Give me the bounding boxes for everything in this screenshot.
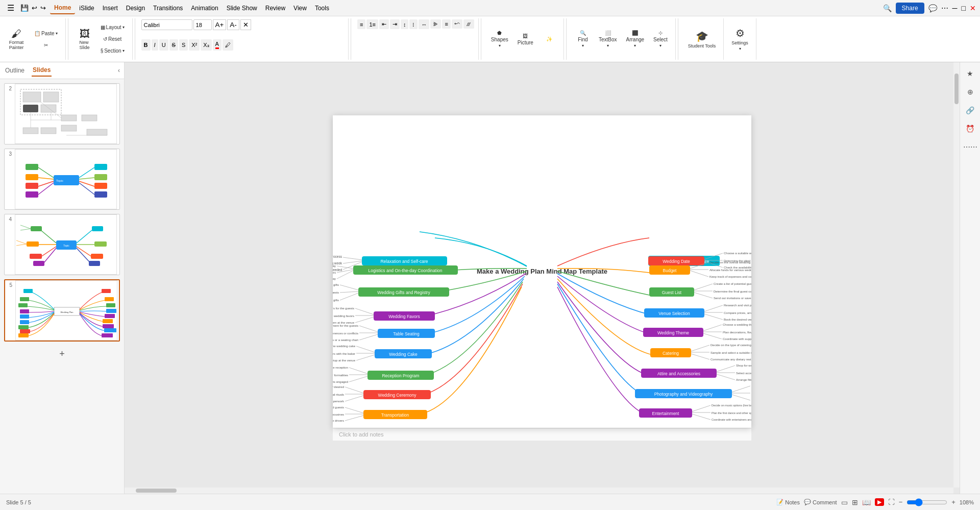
horizontal-scrollbar[interactable] — [125, 488, 953, 494]
right-panel-btn-1[interactable]: ★ — [963, 66, 977, 81]
font-color-button[interactable]: A — [213, 39, 222, 51]
undo-icon[interactable]: ↩ — [32, 4, 37, 12]
new-slide-label: NewSlide — [80, 40, 90, 50]
layout-dropdown[interactable]: ▾ — [122, 25, 125, 30]
section-dropdown[interactable]: ▾ — [122, 48, 125, 53]
font-size-decrease[interactable]: A- — [227, 19, 239, 30]
shadow-button[interactable]: S — [179, 39, 188, 51]
notes-toggle[interactable]: 📝 Notes — [776, 499, 800, 505]
paste-dropdown[interactable]: ▾ — [56, 31, 58, 36]
select-button[interactable]: ⊹ Select ▾ — [650, 28, 671, 51]
sep2 — [135, 18, 135, 60]
vertical-scrollbar[interactable] — [953, 62, 960, 488]
chat-icon[interactable]: 💬 — [928, 4, 937, 12]
cut-button[interactable]: ✂ — [31, 40, 61, 51]
sep5 — [566, 18, 567, 60]
zoom-in-button[interactable]: + — [951, 498, 955, 506]
textbox-button[interactable]: ⬜ TextBox ▾ — [595, 28, 621, 51]
subscript-button[interactable]: X₂ — [201, 39, 211, 51]
more-icon[interactable]: ⋯ — [941, 4, 948, 12]
share-button[interactable]: Share — [896, 3, 924, 14]
svg-line-50 — [77, 248, 91, 263]
right-panel-btn-3[interactable]: 🔗 — [963, 103, 977, 117]
tab-outline[interactable]: Outline — [4, 65, 26, 76]
indent-more-button[interactable]: ⇥ — [390, 19, 400, 29]
column-button[interactable]: ⫶ — [409, 19, 418, 29]
text-dir-button[interactable]: ↔ — [419, 19, 429, 29]
zoom-slider[interactable] — [906, 498, 947, 506]
highlight-button[interactable]: 🖊 — [223, 39, 233, 51]
right-panel-btn-2[interactable]: ⊕ — [963, 85, 977, 99]
comment-toggle[interactable]: 💬 Comment — [804, 499, 837, 505]
slideshow-button[interactable]: ▶ — [875, 498, 884, 506]
menu-design[interactable]: Design — [122, 3, 149, 14]
font-size-increase[interactable]: A+ — [213, 19, 227, 30]
arrange-button[interactable]: ⬛ Arrange ▾ — [622, 28, 648, 51]
menu-slideshow[interactable]: Slide Show — [223, 3, 261, 14]
new-slide-button[interactable]: 🖼 NewSlide — [75, 25, 95, 53]
search-icon[interactable]: 🔍 — [883, 4, 892, 12]
font-name-input[interactable] — [141, 19, 192, 30]
student-tools-button[interactable]: 🎓 Student Tools — [684, 25, 719, 53]
line-spacing-button[interactable]: ↕ — [401, 19, 409, 29]
bold-button[interactable]: B — [141, 39, 151, 51]
svg-line-129 — [349, 368, 368, 374]
view-slide-sorter[interactable]: ⊞ — [852, 498, 858, 506]
format-painter-button[interactable]: 🖌 Format Painter — [4, 25, 29, 53]
slide-canvas[interactable]: Make a Wedding Plan Mind Map Template Re… — [333, 115, 751, 428]
bullets-button[interactable]: ≡ — [357, 19, 365, 29]
app-save-icon[interactable]: 💾 — [20, 4, 29, 12]
section-icon: § — [101, 48, 104, 54]
layout-button[interactable]: ▦ Layout ▾ — [97, 22, 128, 33]
slide-thumb-3[interactable]: 3 — [4, 149, 120, 210]
notes-area[interactable]: Click to add notes — [333, 428, 751, 441]
reset-button[interactable]: ↺ Reset — [97, 34, 128, 44]
right-panel-btn-5[interactable]: ⋯⋯ — [963, 140, 977, 154]
view-reading[interactable]: 📖 — [862, 498, 871, 506]
strikethrough-button[interactable]: S — [169, 39, 178, 51]
justify-button[interactable]: ⫻ — [463, 19, 474, 29]
slide-thumb-5[interactable]: 5 Wedding Plan — [4, 279, 120, 342]
paste-button[interactable]: 📋 Paste ▾ — [31, 28, 61, 39]
find-button[interactable]: 🔍 Find ▾ — [573, 28, 593, 51]
menu-islide[interactable]: iSlide — [75, 3, 98, 14]
effects-button[interactable]: ✨ — [539, 34, 559, 44]
superscript-button[interactable]: X² — [189, 39, 200, 51]
menu-view[interactable]: View — [289, 3, 311, 14]
right-panel-btn-4[interactable]: ⏰ — [963, 122, 977, 136]
picture-button[interactable]: 🖼 Picture — [514, 31, 537, 48]
slide-thumb-2[interactable]: 2 — [4, 83, 120, 144]
menu-review[interactable]: Review — [261, 3, 289, 14]
slide-thumb-4[interactable]: 4 — [4, 214, 120, 275]
menu-transitions[interactable]: Transitions — [149, 3, 187, 14]
view-normal[interactable]: ▭ — [841, 498, 848, 506]
align-right-button[interactable]: ⬿ — [452, 19, 462, 29]
settings-button[interactable]: ⚙ Settings ▾ — [728, 25, 752, 54]
menu-home[interactable]: Home — [50, 2, 75, 14]
shapes-button[interactable]: ⬟ Shapes ▾ — [487, 28, 512, 51]
sidebar-toggle-button[interactable]: ‹ — [118, 67, 120, 74]
underline-button[interactable]: U — [159, 39, 168, 51]
numbering-button[interactable]: 1≡ — [366, 19, 378, 29]
minimize-icon[interactable]: ─ — [952, 4, 958, 12]
italic-button[interactable]: I — [152, 39, 158, 51]
indent-less-button[interactable]: ⇤ — [379, 19, 389, 29]
fit-screen-button[interactable]: ⛶ — [888, 498, 895, 506]
redo-icon[interactable]: ↪ — [40, 4, 46, 12]
menu-icon[interactable]: ☰ — [4, 3, 17, 13]
svg-rect-72 — [105, 314, 115, 318]
menu-insert[interactable]: Insert — [99, 3, 122, 14]
menu-tools[interactable]: Tools — [311, 3, 333, 14]
svg-text:Prepare table cards or a seati: Prepare table cards or a seating chart — [333, 338, 358, 342]
maximize-icon[interactable]: □ — [962, 4, 966, 12]
align-center-button[interactable]: ≡ — [442, 19, 450, 29]
close-icon[interactable]: ✕ — [970, 4, 976, 12]
font-size-input[interactable] — [193, 19, 212, 30]
menu-animation[interactable]: Animation — [187, 3, 222, 14]
add-slide-button[interactable]: + — [4, 346, 120, 362]
zoom-out-button[interactable]: − — [899, 498, 903, 506]
tab-slides[interactable]: Slides — [32, 64, 52, 77]
clear-format-button[interactable]: ✕ — [240, 19, 251, 30]
align-left-button[interactable]: ⫸ — [430, 19, 441, 29]
section-button[interactable]: § Section ▾ — [97, 45, 128, 56]
